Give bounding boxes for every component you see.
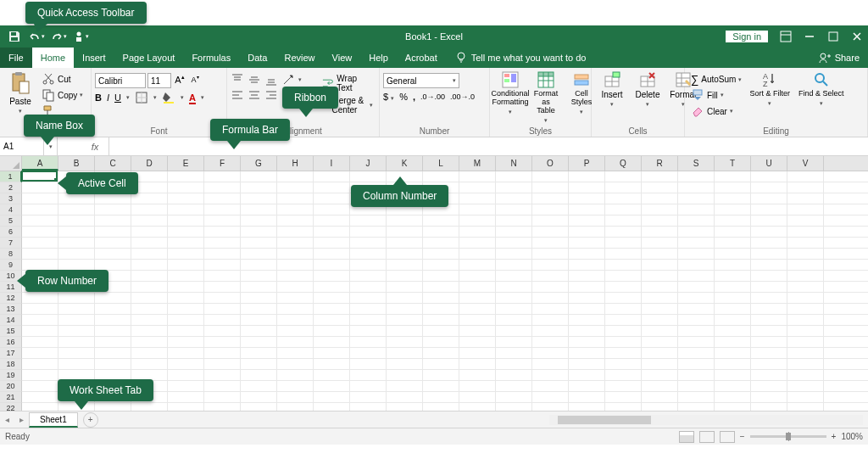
paste-button[interactable]: Paste▾	[3, 70, 37, 116]
row-header-14[interactable]: 14	[0, 315, 22, 326]
tab-home[interactable]: Home	[32, 48, 74, 68]
underline-button[interactable]: U	[114, 92, 121, 103]
row-header-15[interactable]: 15	[0, 326, 22, 337]
tab-view[interactable]: View	[324, 48, 361, 68]
zoom-out-button[interactable]: −	[740, 432, 745, 441]
tab-help[interactable]: Help	[360, 48, 397, 68]
decrease-decimal-button[interactable]: .00→.0	[450, 92, 475, 101]
minimize-icon[interactable]	[804, 31, 815, 42]
zoom-slider[interactable]	[750, 435, 826, 438]
row-header-7[interactable]: 7	[0, 238, 22, 249]
row-header-9[interactable]: 9	[0, 260, 22, 271]
column-header-R[interactable]: R	[642, 156, 678, 171]
share-button[interactable]: Share	[810, 48, 868, 68]
row-header-19[interactable]: 19	[0, 370, 22, 381]
column-header-M[interactable]: M	[459, 156, 496, 171]
tab-file[interactable]: File	[0, 48, 32, 68]
fill-color-button[interactable]	[162, 91, 175, 104]
horizontal-scrollbar[interactable]	[549, 415, 863, 425]
row-header-22[interactable]: 22	[0, 403, 22, 411]
row-header-12[interactable]: 12	[0, 293, 22, 304]
row-header-18[interactable]: 18	[0, 359, 22, 370]
zoom-in-button[interactable]: +	[832, 432, 837, 441]
column-header-G[interactable]: G	[241, 156, 277, 171]
sign-in-button[interactable]: Sign in	[726, 31, 768, 42]
row-header-20[interactable]: 20	[0, 381, 22, 392]
column-header-B[interactable]: B	[58, 156, 95, 171]
tab-acrobat[interactable]: Acrobat	[397, 48, 446, 68]
save-icon[interactable]	[5, 27, 24, 46]
column-header-D[interactable]: D	[131, 156, 168, 171]
redo-icon[interactable]: ▾	[49, 27, 68, 46]
orientation-icon[interactable]	[281, 73, 295, 87]
column-header-A[interactable]: A	[22, 156, 58, 171]
copy-button[interactable]: Copy▾	[39, 87, 86, 103]
align-left-icon[interactable]	[231, 89, 244, 103]
align-bottom-icon[interactable]	[264, 73, 278, 87]
name-box[interactable]: A1	[0, 137, 44, 155]
select-all-cell[interactable]	[0, 156, 22, 171]
sort-filter-button[interactable]: AZSort & Filter▾	[746, 70, 793, 109]
column-header-F[interactable]: F	[204, 156, 241, 171]
column-header-E[interactable]: E	[168, 156, 204, 171]
align-top-icon[interactable]	[231, 73, 244, 87]
fx-button[interactable]: fx	[58, 137, 109, 155]
accounting-format-button[interactable]: $ ▾	[383, 92, 394, 102]
row-header-3[interactable]: 3	[0, 193, 22, 204]
autosum-button[interactable]: ∑AutoSum▾	[688, 72, 744, 87]
row-header-4[interactable]: 4	[0, 204, 22, 216]
tab-insert[interactable]: Insert	[74, 48, 114, 68]
ribbon-options-icon[interactable]	[780, 31, 792, 42]
percent-format-button[interactable]: %	[399, 92, 408, 102]
new-sheet-button[interactable]: +	[83, 412, 98, 428]
touch-mode-icon[interactable]: ▾	[71, 27, 90, 46]
page-break-view-button[interactable]	[720, 431, 735, 443]
tab-formulas[interactable]: Formulas	[183, 48, 239, 68]
font-name-select[interactable]: Calibri	[95, 73, 146, 88]
font-color-button[interactable]: A	[189, 92, 196, 103]
column-header-L[interactable]: L	[423, 156, 459, 171]
cut-button[interactable]: Cut	[39, 71, 86, 87]
align-right-icon[interactable]	[264, 89, 278, 103]
decrease-font-icon[interactable]: A▾	[188, 74, 202, 87]
sheet-nav-next[interactable]: ▸	[14, 415, 29, 424]
row-header-6[interactable]: 6	[0, 227, 22, 238]
row-header-8[interactable]: 8	[0, 249, 22, 260]
column-header-U[interactable]: U	[751, 156, 787, 171]
tab-page-layout[interactable]: Page Layout	[114, 48, 184, 68]
conditional-formatting-button[interactable]: Conditional Formatting▾	[493, 70, 527, 116]
row-header-2[interactable]: 2	[0, 182, 22, 193]
column-header-H[interactable]: H	[277, 156, 314, 171]
comma-format-button[interactable]: ,	[413, 92, 415, 102]
align-center-icon[interactable]	[248, 89, 261, 103]
column-header-T[interactable]: T	[715, 156, 751, 171]
close-icon[interactable]	[851, 31, 863, 42]
zoom-level[interactable]: 100%	[841, 432, 863, 441]
active-cell[interactable]	[21, 171, 58, 182]
row-header-16[interactable]: 16	[0, 337, 22, 348]
normal-view-button[interactable]	[679, 431, 694, 443]
fill-button[interactable]: Fill▾	[688, 87, 744, 103]
row-header-5[interactable]: 5	[0, 216, 22, 227]
border-button[interactable]	[135, 91, 148, 104]
column-header-P[interactable]: P	[569, 156, 605, 171]
insert-cells-button[interactable]: Insert▾	[595, 70, 629, 109]
bold-button[interactable]: B	[95, 92, 102, 103]
column-header-Q[interactable]: Q	[605, 156, 642, 171]
increase-decimal-button[interactable]: .0→.00	[420, 92, 445, 101]
sheet-nav-prev[interactable]: ◂	[0, 415, 14, 424]
sheet-tab-1[interactable]: Sheet1	[29, 412, 78, 428]
format-as-table-button[interactable]: Format as Table▾	[529, 70, 563, 125]
row-header-17[interactable]: 17	[0, 348, 22, 359]
tab-review[interactable]: Review	[275, 48, 323, 68]
page-layout-view-button[interactable]	[699, 431, 715, 443]
increase-font-icon[interactable]: A▴	[173, 74, 186, 87]
column-header-O[interactable]: O	[532, 156, 569, 171]
tell-me-search[interactable]: Tell me what you want to do	[454, 48, 587, 68]
column-header-I[interactable]: I	[314, 156, 350, 171]
row-header-21[interactable]: 21	[0, 392, 22, 403]
row-header-1[interactable]: 1	[0, 171, 22, 182]
number-format-select[interactable]: General▾	[383, 73, 459, 88]
column-header-N[interactable]: N	[496, 156, 532, 171]
column-header-S[interactable]: S	[678, 156, 715, 171]
